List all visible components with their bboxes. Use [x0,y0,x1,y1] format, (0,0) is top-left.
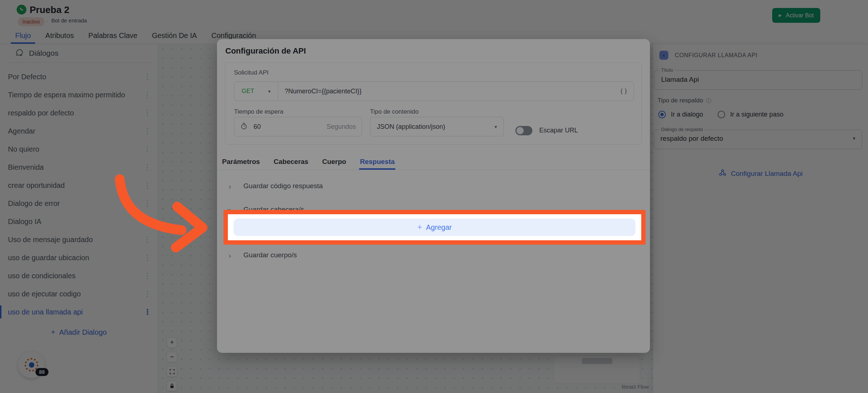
tutorial-spotlight: + Agregar [224,210,646,245]
app-root: Prueba 2 Inactivo · Bot de entrada ▶ Act… [0,0,868,393]
add-header-label: Agregar [426,223,452,232]
tutorial-dim-overlay [0,0,868,393]
plus-icon: + [417,223,422,232]
add-header-button[interactable]: + Agregar [234,219,635,236]
